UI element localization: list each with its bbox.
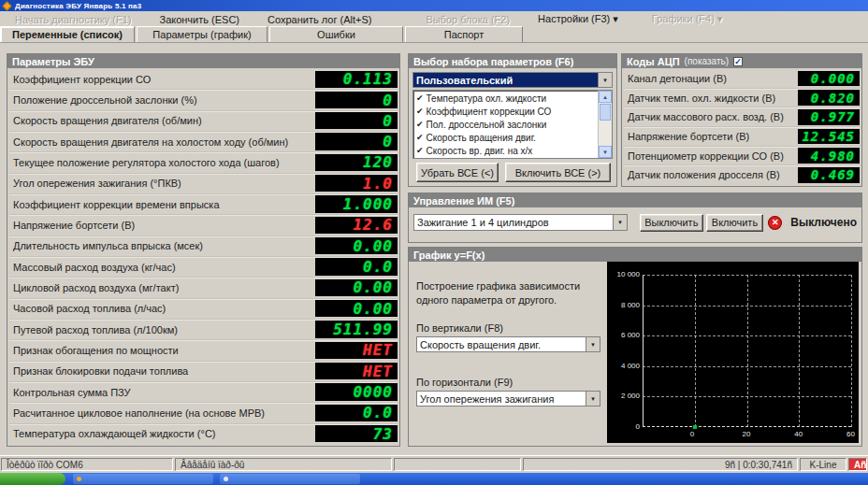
menu-item-2[interactable]: Закончить (ESC) bbox=[153, 13, 245, 26]
param-label: Контрольная сумма ПЗУ bbox=[9, 387, 315, 398]
param-set-combobox[interactable]: Пользовательский ▼ bbox=[412, 72, 613, 88]
checkbox-checked-icon: ✔ bbox=[416, 93, 424, 103]
chevron-down-icon[interactable]: ▼ bbox=[586, 392, 600, 406]
actuator-selected[interactable]: Зажигание 1 и 4 цилиндров bbox=[414, 215, 613, 230]
table-row: Коэффициент коррекции времени впрыска1.0… bbox=[9, 194, 398, 215]
param-label: Потенциометр коррекции СО (В) bbox=[624, 150, 798, 162]
gridline bbox=[799, 275, 800, 427]
param-value-display: 511.99 bbox=[315, 321, 398, 337]
ecu-rows: Коэффициент коррекции СО0.113Положение д… bbox=[7, 68, 399, 446]
clear-all-button[interactable]: Убрать ВСЕ (<) bbox=[416, 163, 499, 182]
actuator-status-label: Выключено bbox=[790, 216, 857, 229]
table-row: Расчитанное цикловое наполнение (на осно… bbox=[9, 403, 398, 423]
scroll-up-icon[interactable]: ▲ bbox=[599, 91, 612, 103]
adc-value-display: 0.000 bbox=[798, 71, 860, 87]
tab-4[interactable]: Паспорт bbox=[405, 26, 523, 42]
param-value-display: 12.6 bbox=[315, 217, 398, 234]
param-checkbox-item[interactable]: ✔Пол. дроссельной заслонки bbox=[413, 118, 598, 131]
adc-value-display: 4.980 bbox=[798, 148, 860, 164]
param-label: Массовый расход воздуха (кг/час) bbox=[9, 262, 315, 273]
param-checkbox-listbox: ✔Температура охл. жидкости✔Коэффициент к… bbox=[412, 90, 613, 159]
horizontal-axis-selected[interactable]: Угол опережения зажигания bbox=[417, 392, 586, 406]
param-label: Угол опережения зажигания (°ПКВ) bbox=[9, 178, 315, 189]
param-checkbox-item[interactable]: ✔Коэффициент коррекции СО bbox=[413, 105, 598, 118]
param-value-display: 120 bbox=[315, 154, 398, 171]
x-tick-label: 20 bbox=[743, 430, 751, 438]
gridline bbox=[747, 275, 748, 427]
param-checkbox-item[interactable]: ✔Скорость вращения двиг. bbox=[413, 131, 598, 144]
y-tick-label: 2 000 bbox=[607, 392, 640, 400]
table-row: Скорость вращения двигателя (об/мин)0 bbox=[9, 111, 398, 132]
gridline bbox=[851, 275, 852, 427]
adc-show-checkbox[interactable]: ✓ bbox=[733, 57, 743, 66]
menu-item-5[interactable]: Настройки (F3) ▾ bbox=[532, 12, 624, 26]
adc-panel: Коды АЦП (показать) ✓ Канал детонации (В… bbox=[621, 53, 862, 187]
param-label: Цикловой расход воздуха (мг/такт) bbox=[9, 282, 315, 293]
start-button[interactable] bbox=[0, 473, 65, 485]
chevron-down-icon[interactable]: ▼ bbox=[586, 337, 600, 351]
table-row: Потенциометр коррекции СО (В)4.980 bbox=[624, 147, 860, 166]
param-label: Признак блокировки подачи топлива bbox=[9, 365, 315, 377]
tab-3[interactable]: Ошибки bbox=[269, 26, 403, 42]
ecu-params-panel: Параметры ЭБУ Коэффициент коррекции СО0.… bbox=[7, 53, 400, 447]
chevron-down-icon[interactable]: ▼ bbox=[613, 215, 627, 230]
adc-value-display: 0.820 bbox=[798, 90, 860, 106]
actuator-combobox[interactable]: Зажигание 1 и 4 цилиндров ▼ bbox=[413, 214, 628, 231]
param-value-display: НЕТ bbox=[315, 363, 398, 379]
vertical-axis-selected[interactable]: Скорость вращения двиг. bbox=[417, 337, 586, 351]
param-label: Коэффициент коррекции СО bbox=[9, 74, 315, 85]
adc-header: Коды АЦП (показать) ✓ bbox=[622, 54, 861, 68]
taskbar-task-button[interactable] bbox=[220, 474, 360, 484]
horizontal-axis-combobox[interactable]: Угол опережения зажигания ▼ bbox=[416, 391, 600, 407]
y-axis bbox=[643, 275, 644, 427]
param-label: Канал детонации (В) bbox=[624, 73, 798, 84]
status-cell-6: Añòï bbox=[848, 458, 867, 471]
turn-off-button[interactable]: Выключить bbox=[640, 214, 703, 232]
taskbar bbox=[0, 473, 868, 485]
select-all-button[interactable]: Включить ВСЕ (>) bbox=[505, 163, 611, 182]
graph-header: График y=F(x) bbox=[409, 248, 861, 262]
menu-item-1: Начать диагностику (F1) bbox=[9, 13, 137, 26]
param-value-display: 73 bbox=[315, 425, 398, 442]
menu-item-3[interactable]: Сохранить лог (Alt+S) bbox=[262, 13, 377, 26]
param-label: Датчик положения дросселя (В) bbox=[624, 169, 798, 180]
gridline bbox=[695, 275, 696, 427]
chevron-down-icon[interactable]: ▼ bbox=[598, 73, 612, 87]
y-tick-label: 6 000 bbox=[607, 331, 640, 339]
y-tick-label: 8 000 bbox=[607, 301, 640, 309]
checkbox-checked-icon: ✔ bbox=[416, 133, 424, 142]
y-tick-label: 4 000 bbox=[607, 362, 640, 370]
x-tick-label: 0 bbox=[690, 430, 694, 438]
table-row: Признак блокировки подачи топливаНЕТ bbox=[9, 362, 398, 382]
param-value-display: 0.00 bbox=[315, 279, 398, 296]
param-label: Коэффициент коррекции времени впрыска bbox=[9, 199, 315, 210]
param-checkbox-item[interactable]: ✔Температура охл. жидкости bbox=[413, 92, 598, 105]
taskbar-task-button[interactable] bbox=[73, 474, 213, 484]
tab-2[interactable]: Параметры (график) bbox=[137, 26, 268, 42]
ecu-params-header: Параметры ЭБУ bbox=[7, 54, 399, 68]
param-label: Напряжение бортсети (В) bbox=[9, 220, 315, 231]
x-tick-label: 60 bbox=[846, 430, 855, 438]
table-row: Цикловой расход воздуха (мг/такт)0.00 bbox=[9, 278, 398, 298]
turn-on-button[interactable]: Включить bbox=[706, 214, 764, 232]
param-value-display: 0 bbox=[315, 133, 398, 150]
off-status-icon: ✕ bbox=[768, 216, 782, 230]
param-label: Длительность импульса впрыска (мсек) bbox=[9, 240, 315, 251]
tab-1[interactable]: Переменные (список) bbox=[0, 26, 135, 42]
scrollbar-thumb[interactable] bbox=[600, 104, 611, 121]
list-scrollbar[interactable]: ▲ ▼ bbox=[598, 91, 612, 158]
param-set-selected[interactable]: Пользовательский bbox=[413, 73, 598, 87]
checkbox-checked-icon: ✔ bbox=[416, 107, 424, 116]
adc-title: Коды АЦП bbox=[627, 56, 680, 67]
param-value-display: 1.0 bbox=[315, 175, 398, 192]
param-label: Признак обогащения по мощности bbox=[9, 345, 315, 356]
adc-rows: Канал детонации (В)0.000Датчик темп. охл… bbox=[622, 68, 861, 186]
vertical-axis-combobox[interactable]: Скорость вращения двиг. ▼ bbox=[416, 336, 600, 352]
chart: 02 0004 0006 0008 00010 0000204060 bbox=[607, 262, 859, 443]
param-value-display: 0.0 bbox=[315, 258, 398, 275]
table-row: Длительность импульса впрыска (мсек)0.00 bbox=[9, 236, 398, 257]
menu-item-4: Выбор блока (F2) bbox=[420, 13, 515, 26]
scroll-down-icon[interactable]: ▼ bbox=[599, 146, 612, 158]
table-row: Положение дроссельной заслонки (%)0 bbox=[9, 90, 398, 110]
param-checkbox-item[interactable]: ✔Скорость вр. двиг. на х/х bbox=[413, 144, 598, 157]
